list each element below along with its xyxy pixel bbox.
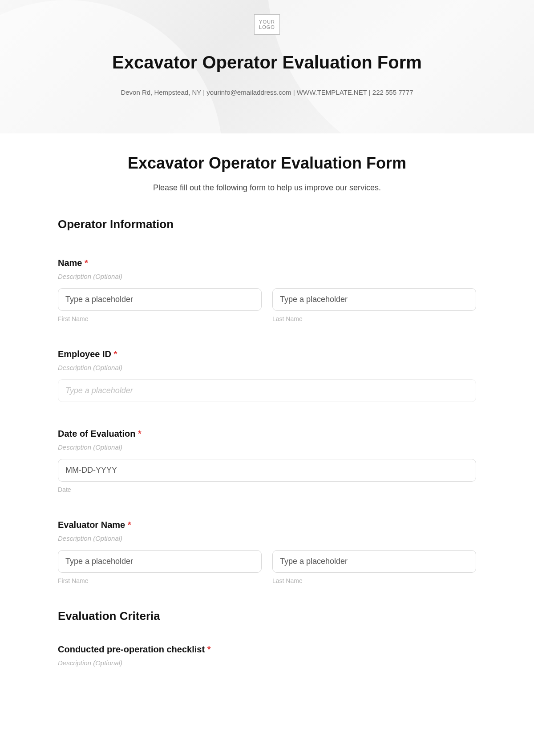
header-contact-line: Devon Rd, Hempstead, NY | yourinfo@email…	[0, 88, 534, 96]
evaluator-last-name-sublabel: Last Name	[272, 577, 476, 584]
form-title: Excavator Operator Evaluation Form	[58, 154, 476, 173]
label-text: Conducted pre-operation checklist	[58, 644, 205, 654]
field-description: Description (Optional)	[58, 535, 476, 542]
section-evaluation-criteria: Evaluation Criteria	[58, 609, 476, 623]
logo-placeholder: YOUR LOGO	[254, 14, 280, 35]
field-description: Description (Optional)	[58, 364, 476, 371]
page-title: Excavator Operator Evaluation Form	[0, 52, 534, 72]
label-text: Date of Evaluation	[58, 429, 135, 438]
field-name: Name * Description (Optional) First Name…	[58, 258, 476, 322]
form-description: Please fill out the following form to he…	[58, 183, 476, 193]
first-name-sublabel: First Name	[58, 315, 262, 322]
section-operator-information: Operator Information	[58, 217, 476, 231]
required-marker: *	[128, 520, 131, 530]
first-name-input[interactable]	[58, 288, 262, 311]
evaluator-first-name-input[interactable]	[58, 550, 262, 573]
field-preop-checklist: Conducted pre-operation checklist * Desc…	[58, 644, 476, 667]
field-evaluator-name: Evaluator Name * Description (Optional) …	[58, 520, 476, 584]
field-label: Conducted pre-operation checklist *	[58, 644, 476, 655]
field-label: Employee ID *	[58, 349, 476, 359]
label-text: Evaluator Name	[58, 520, 125, 530]
required-marker: *	[138, 429, 142, 438]
field-date-evaluation: Date of Evaluation * Description (Option…	[58, 429, 476, 493]
field-description: Description (Optional)	[58, 273, 476, 280]
required-marker: *	[114, 349, 117, 359]
label-text: Employee ID	[58, 349, 111, 359]
evaluator-last-name-input[interactable]	[272, 550, 476, 573]
field-description: Description (Optional)	[58, 443, 476, 451]
evaluator-first-name-sublabel: First Name	[58, 577, 262, 584]
logo-line2: LOGO	[259, 24, 275, 30]
logo-line1: YOUR	[259, 19, 275, 24]
field-label: Name *	[58, 258, 476, 268]
date-sublabel: Date	[58, 486, 476, 493]
last-name-input[interactable]	[272, 288, 476, 311]
field-label: Date of Evaluation *	[58, 429, 476, 439]
last-name-sublabel: Last Name	[272, 315, 476, 322]
required-marker: *	[85, 258, 88, 268]
field-employee-id: Employee ID * Description (Optional)	[58, 349, 476, 402]
label-text: Name	[58, 258, 82, 268]
required-marker: *	[207, 644, 211, 654]
field-description: Description (Optional)	[58, 659, 476, 667]
field-label: Evaluator Name *	[58, 520, 476, 530]
date-evaluation-input[interactable]	[58, 459, 476, 482]
employee-id-input[interactable]	[58, 379, 476, 402]
